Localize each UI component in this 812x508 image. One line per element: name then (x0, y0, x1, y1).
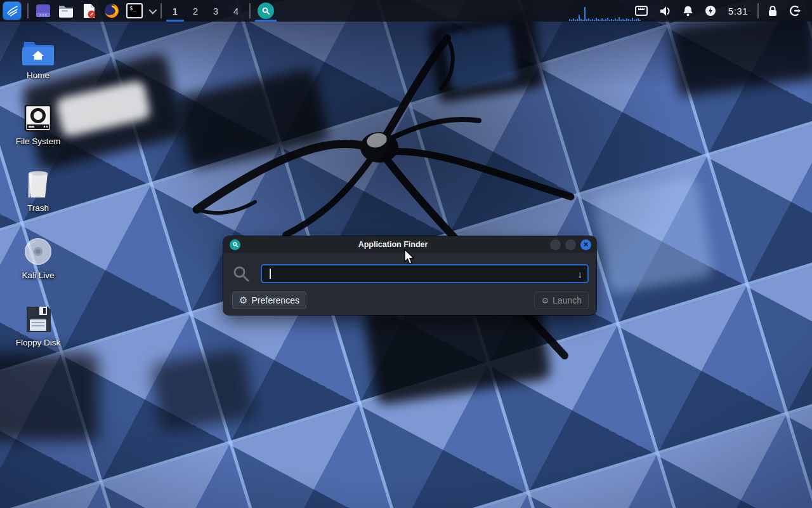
launcher-window-app[interactable] (32, 0, 55, 22)
workspace-label: 4 (233, 6, 239, 17)
drive-icon (5, 100, 71, 132)
workspace-label: 1 (173, 6, 178, 17)
terminal-icon: $_ (126, 3, 143, 18)
top-panel: $_ 1 2 3 4 (0, 0, 812, 22)
application-finder-taskbar-button[interactable] (254, 0, 278, 22)
gear-icon: ⚙ (239, 295, 247, 306)
kali-logo-icon (3, 2, 21, 20)
workspace-2[interactable]: 2 (185, 0, 206, 22)
floppy-disk-icon (5, 302, 71, 333)
workspace-label: 3 (213, 6, 218, 17)
close-icon: × (584, 241, 588, 248)
lock-icon (768, 5, 778, 17)
dropdown-arrow-icon[interactable]: ↓ (578, 269, 583, 279)
desktop-icon-kali-live[interactable]: Kali Live (5, 234, 71, 280)
close-button[interactable]: × (580, 239, 591, 250)
panel-separator (160, 3, 162, 18)
logout-button[interactable] (783, 0, 807, 22)
window-app-icon (35, 3, 51, 19)
file-manager-icon (58, 3, 74, 19)
bell-icon (683, 5, 693, 17)
panel-separator (249, 3, 251, 18)
application-finder-icon (230, 239, 240, 250)
lock-screen-button[interactable] (762, 0, 783, 22)
workspace-4[interactable]: 4 (226, 0, 246, 22)
launcher-terminal[interactable]: $_ (123, 0, 146, 22)
search-input[interactable]: ↓ (261, 264, 589, 283)
panel-separator (27, 3, 29, 18)
desktop-icon-label: Trash (5, 203, 71, 213)
maximize-button[interactable] (565, 239, 576, 250)
application-finder-window: Application Finder × ↓ ⚙ Preferences ⚙ (223, 236, 596, 315)
notifications-tray-button[interactable] (677, 0, 699, 22)
desktop-icon-trash[interactable]: Trash (5, 167, 71, 213)
desktop-icon-label: Home (5, 70, 71, 80)
workspace-label: 2 (193, 6, 198, 17)
text-editor-icon (81, 3, 97, 19)
terminal-dropdown[interactable] (146, 0, 157, 22)
logout-icon (789, 5, 801, 17)
launcher-firefox[interactable] (100, 0, 123, 22)
optical-disc-icon (5, 234, 71, 266)
launcher-text-editor[interactable] (77, 0, 100, 22)
power-manager-icon (705, 5, 716, 17)
power-manager-tray-button[interactable] (699, 0, 722, 22)
desktop-icon-home[interactable]: Home (5, 34, 71, 80)
desktop-icon-label: File System (5, 137, 71, 146)
titlebar[interactable]: Application Finder × (223, 236, 596, 253)
home-folder-icon (5, 34, 71, 66)
desktop-icon-label: Floppy Disk (5, 338, 71, 347)
workspace-1[interactable]: 1 (165, 0, 185, 22)
launch-button[interactable]: ⚙ Launch (534, 291, 589, 309)
network-tray-button[interactable] (629, 0, 653, 22)
minimize-button[interactable] (550, 239, 561, 250)
chevron-down-icon (148, 6, 157, 14)
panel-separator (757, 3, 759, 18)
launch-gear-icon: ⚙ (541, 296, 549, 305)
launcher-file-manager[interactable] (55, 0, 77, 22)
search-icon (258, 3, 274, 19)
workspace-3[interactable]: 3 (206, 0, 226, 22)
preferences-button[interactable]: ⚙ Preferences (232, 291, 306, 309)
window-title: Application Finder (240, 240, 546, 249)
system-tray: 5:31 (629, 0, 812, 22)
volume-tray-button[interactable] (653, 0, 677, 22)
search-icon (232, 265, 250, 283)
text-caret (270, 269, 271, 279)
desktop-icon-floppy-disk[interactable]: Floppy Disk (5, 302, 71, 347)
launch-label: Launch (553, 295, 582, 305)
trash-icon (5, 167, 71, 199)
preferences-label: Preferences (251, 295, 299, 305)
desktop-icon-file-system[interactable]: File System (5, 100, 71, 146)
desktop-icon-label: Kali Live (5, 271, 71, 280)
volume-icon (659, 6, 671, 17)
clock[interactable]: 5:31 (722, 6, 754, 17)
network-icon (635, 6, 648, 16)
dialog-body: ↓ ⚙ Preferences ⚙ Launch (223, 253, 596, 315)
firefox-icon (103, 3, 120, 19)
applications-menu-button[interactable] (0, 0, 24, 22)
